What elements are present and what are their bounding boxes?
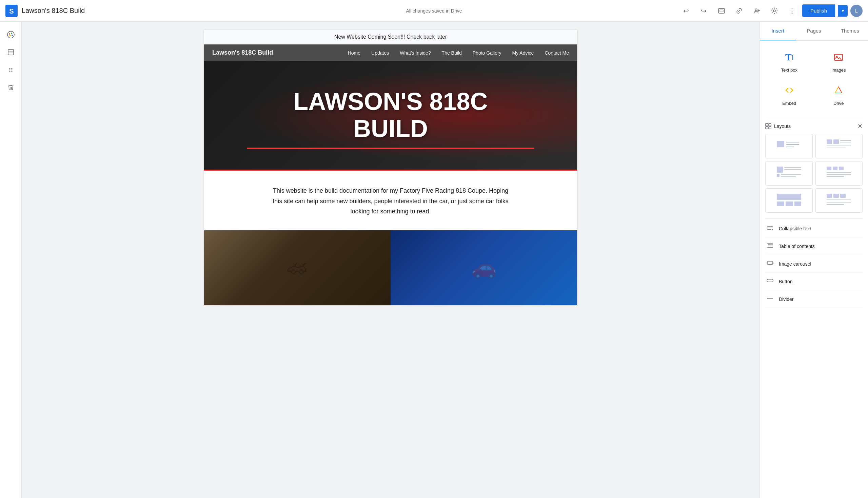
svg-point-19: [11, 71, 12, 72]
document-title[interactable]: Lawson's 818C Build: [22, 7, 675, 15]
layout-item-4[interactable]: [815, 161, 863, 186]
svg-text:S: S: [9, 8, 14, 15]
divider-label: Divider: [779, 297, 794, 302]
settings-button[interactable]: [767, 3, 782, 18]
images-label: Images: [831, 67, 846, 73]
nav-the-build[interactable]: The Build: [442, 50, 462, 56]
textbox-label: Text box: [781, 67, 798, 73]
collapsible-text-label: Collapsible text: [779, 226, 811, 231]
nav-whats-inside[interactable]: What's Inside?: [400, 50, 431, 56]
svg-point-17: [11, 69, 12, 70]
svg-point-4: [755, 9, 757, 11]
layouts-close-button[interactable]: ✕: [857, 122, 863, 130]
svg-point-9: [12, 35, 13, 36]
svg-rect-52: [786, 201, 793, 206]
hero-title-line1: LAWSON'S 818C: [293, 88, 488, 115]
photo-right: 🚗: [391, 230, 577, 305]
svg-point-18: [9, 71, 10, 72]
svg-point-6: [8, 31, 14, 38]
svg-rect-51: [777, 201, 784, 206]
left-sidebar: [0, 22, 22, 498]
insert-images-button[interactable]: Images: [815, 46, 863, 78]
preview-button[interactable]: [714, 3, 729, 18]
topbar: S Lawson's 818C Build All changes saved …: [0, 0, 868, 22]
layout-item-5[interactable]: [765, 188, 813, 213]
main-layout: New Website Coming Soon!!! Check back la…: [0, 22, 868, 498]
hero-content: LAWSON'S 818C BUILD: [204, 75, 577, 156]
tab-insert[interactable]: Insert: [760, 22, 796, 40]
layout-item-2[interactable]: [815, 134, 863, 158]
layout-item-3[interactable]: [765, 161, 813, 186]
nav-home[interactable]: Home: [348, 50, 360, 56]
svg-rect-27: [769, 127, 771, 129]
hero-section: LAWSON'S 818C BUILD: [204, 61, 577, 170]
svg-point-15: [11, 68, 12, 69]
announcement-text: New Website Coming Soon!!! Check back la…: [334, 34, 447, 40]
textbox-icon: T: [784, 52, 795, 65]
add-person-button[interactable]: [749, 3, 764, 18]
tab-themes[interactable]: Themes: [832, 22, 868, 40]
table-of-contents-icon: [765, 241, 775, 251]
svg-rect-32: [827, 140, 832, 144]
table-of-contents-label: Table of contents: [779, 244, 815, 249]
description-text: This website is the build documentation …: [272, 186, 509, 217]
publish-dropdown-button[interactable]: ▼: [838, 5, 847, 17]
svg-rect-53: [794, 201, 801, 206]
site-brand: Lawson's 818C Build: [212, 49, 273, 56]
tab-pages[interactable]: Pages: [796, 22, 832, 40]
svg-rect-69: [772, 262, 773, 264]
undo-button[interactable]: ↩: [679, 3, 694, 18]
canvas-area[interactable]: New Website Coming Soon!!! Check back la…: [22, 22, 760, 498]
svg-rect-46: [839, 167, 844, 170]
nav-updates[interactable]: Updates: [371, 50, 389, 56]
svg-rect-44: [827, 167, 831, 170]
layouts-header: Layouts ✕: [765, 118, 863, 134]
save-status: All changes saved in Drive: [406, 8, 462, 14]
publish-button[interactable]: Publish: [802, 4, 835, 17]
image-carousel-item[interactable]: Image carousel: [765, 255, 863, 273]
button-item[interactable]: Button: [765, 273, 863, 290]
svg-rect-45: [833, 167, 838, 170]
redo-button[interactable]: ↪: [696, 3, 711, 18]
app-logo: S: [5, 5, 18, 17]
svg-point-16: [9, 69, 10, 70]
svg-rect-50: [777, 194, 801, 200]
table-of-contents-item[interactable]: Table of contents: [765, 237, 863, 255]
user-avatar[interactable]: L: [850, 5, 863, 17]
svg-text:T: T: [785, 52, 792, 62]
nav-my-advice[interactable]: My Advice: [512, 50, 534, 56]
grid-handle-button[interactable]: [3, 62, 18, 77]
pages-button[interactable]: [3, 45, 18, 60]
button-label: Button: [779, 279, 792, 284]
nav-contact-me[interactable]: Contact Me: [545, 50, 569, 56]
embed-icon: [784, 85, 795, 98]
collapsible-text-item[interactable]: Collapsible text: [765, 220, 863, 237]
embed-label: Embed: [782, 101, 796, 106]
panel-content: T Text box Images: [760, 41, 868, 313]
announcement-bar: New Website Coming Soon!!! Check back la…: [204, 30, 577, 44]
section-divider-2: [765, 218, 863, 219]
section-divider-1: [765, 117, 863, 117]
nav-photo-gallery[interactable]: Photo Gallery: [473, 50, 502, 56]
divider-icon: [765, 294, 775, 304]
button-icon: [765, 277, 775, 286]
website-preview: New Website Coming Soon!!! Check back la…: [204, 30, 577, 305]
svg-rect-68: [766, 262, 767, 264]
layout-item-1[interactable]: [765, 134, 813, 158]
photo-section: 🏎 🚗: [204, 230, 577, 305]
insert-drive-button[interactable]: Drive: [815, 79, 863, 111]
photo-left: 🏎: [204, 230, 391, 305]
trash-button[interactable]: [3, 80, 18, 95]
insert-textbox-button[interactable]: T Text box: [765, 46, 813, 78]
insert-embed-button[interactable]: Embed: [765, 79, 813, 111]
svg-rect-67: [767, 261, 772, 265]
link-button[interactable]: [732, 3, 747, 18]
divider-item[interactable]: Divider: [765, 290, 863, 308]
palette-button[interactable]: [3, 27, 18, 42]
layouts-icon: [765, 123, 771, 129]
svg-rect-54: [827, 194, 832, 198]
svg-rect-24: [765, 123, 768, 126]
svg-rect-70: [767, 279, 773, 282]
layout-item-6[interactable]: [815, 188, 863, 213]
more-options-button[interactable]: ⋮: [785, 3, 800, 18]
